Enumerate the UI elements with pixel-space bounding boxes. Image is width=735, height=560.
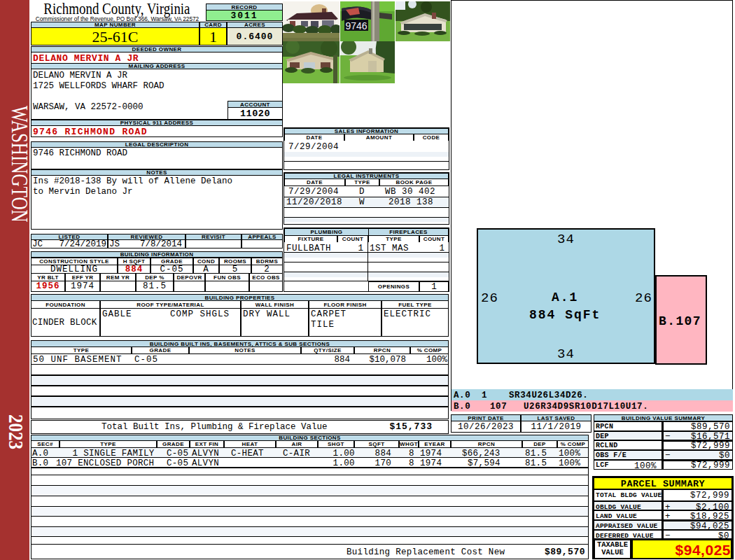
svg-text:9746: 9746	[345, 20, 367, 31]
